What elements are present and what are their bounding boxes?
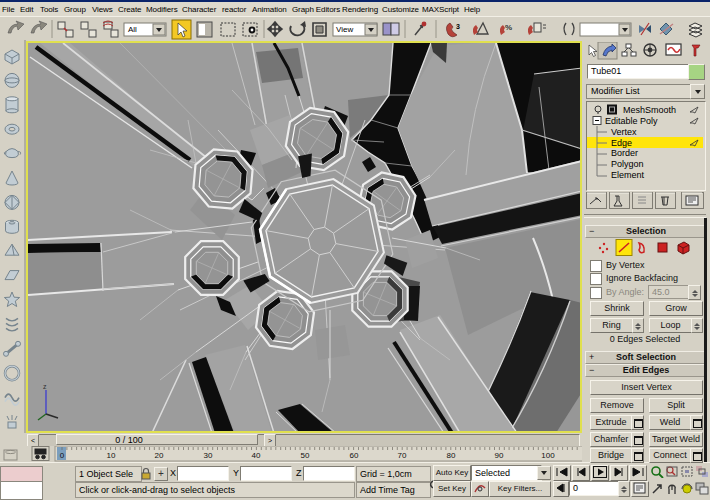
svg-text:z: z xyxy=(43,383,47,390)
svg-text:80: 80 xyxy=(447,451,456,460)
svg-text:3: 3 xyxy=(456,23,460,30)
svg-text:40: 40 xyxy=(252,451,261,460)
svg-text:20: 20 xyxy=(155,451,164,460)
svg-text:60: 60 xyxy=(350,451,359,460)
svg-text:10: 10 xyxy=(107,451,116,460)
svg-text:%: % xyxy=(505,23,512,32)
svg-text:0: 0 xyxy=(60,451,65,460)
svg-text:70: 70 xyxy=(398,451,407,460)
svg-text:View: View xyxy=(336,25,353,34)
svg-text:50: 50 xyxy=(301,451,310,460)
svg-text:30: 30 xyxy=(204,451,213,460)
svg-text:100: 100 xyxy=(541,451,555,460)
svg-text:All: All xyxy=(128,25,137,34)
svg-text:90: 90 xyxy=(495,451,504,460)
